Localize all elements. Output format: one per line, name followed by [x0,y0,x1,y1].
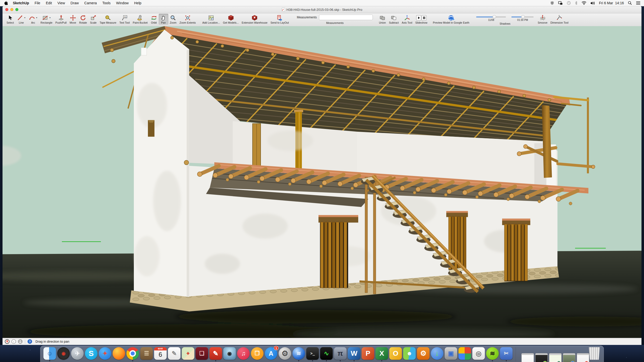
tool-select[interactable]: Select [5,14,15,25]
display-mirroring-icon[interactable] [558,1,563,5]
dock-image-viewer-icon[interactable]: ◎ [472,347,485,360]
geolocation-icon[interactable] [5,339,10,344]
dock-globe-download-icon[interactable]: ↓ [431,347,444,360]
dock-sketchup-icon[interactable]: ✎ [210,347,222,360]
tool-preview-google-earth[interactable]: Preview Model in Google Earth [431,14,471,25]
dock-itunes-icon[interactable]: ♫ [237,347,250,360]
dock-google-earth-icon[interactable]: ≋ [293,347,305,360]
dock-dashboard-icon[interactable]: ◉ [57,347,70,360]
dock-messenger-icon[interactable]: ☻ [403,347,416,360]
tool-arc[interactable]: ▼ Arc [27,14,39,25]
minimize-button[interactable] [10,8,13,11]
shadow-time-slider[interactable]: 01:30 PM [511,15,534,20]
tool-smoove[interactable]: Smoove [536,14,549,25]
dock-skype-icon[interactable]: S [85,347,98,360]
shadow-date-slider[interactable]: 11/08 [476,15,506,20]
tool-pushpull[interactable]: Push/Pull [54,14,68,25]
menu-view[interactable]: View [55,0,68,6]
menu-edit[interactable]: Edit [43,0,55,6]
dock-word-icon[interactable]: W [348,347,360,360]
dock-excel-icon[interactable]: X [376,347,388,360]
measurements-input[interactable] [319,15,373,20]
dock-photo-booth-icon[interactable]: ❏ [196,347,208,360]
volume-icon[interactable] [590,1,595,5]
tool-line[interactable]: ▼ Line [15,14,27,25]
dock-minimized-google-earth-window-icon[interactable] [563,353,576,362]
dock-finder-icon[interactable]: ☺ [44,347,56,360]
porch-hanger-pole [587,98,589,173]
dock-trash-icon[interactable] [588,347,601,360]
menubar-clock[interactable]: Fri 6 Mar 14:16 [599,1,624,5]
dock-terminal-icon[interactable]: >_ [306,347,319,360]
dock-contacts-icon[interactable]: ☰ [140,347,153,360]
tool-orbit[interactable]: Orbit [149,14,159,25]
dock-office-cubes-icon[interactable] [459,347,471,360]
tool-text[interactable]: A1 Text Tool [118,14,131,25]
dock-launchpad-icon[interactable]: ✈ [71,347,84,360]
dock-iphoto-icon[interactable]: ◉ [223,347,236,360]
dock-safari-icon[interactable]: ✦ [99,347,111,360]
tool-zoom-extents[interactable]: Zoom Extents [178,14,197,25]
dock-calendar-icon[interactable]: MAR6 [154,347,167,360]
tool-move[interactable]: Move [68,14,78,25]
tool-tape-measure[interactable]: Tape Measure [98,14,118,25]
bluetooth-icon[interactable] [575,1,578,5]
dock-latex-icon[interactable]: π [334,347,347,360]
tool-paint-bucket[interactable]: Paint Bucket [131,14,149,25]
menu-camera[interactable]: Camera [82,0,100,6]
menu-tools[interactable]: Tools [100,0,113,6]
dock-textedit-icon[interactable]: ✎ [168,347,181,360]
shadows-caption: Shadows [500,22,510,25]
dock-graphics-editor-icon[interactable]: ✂ [500,347,513,360]
dock-ibooks-icon[interactable]: ❐ [251,347,264,360]
dock-spotify-icon[interactable]: ≋ [486,347,499,360]
person-icon[interactable] [18,339,23,344]
tool-zoom[interactable]: Zoom [168,14,178,25]
menu-file[interactable]: File [32,0,43,6]
dock-powerpoint-icon[interactable]: P [362,347,374,360]
dock-remote-desktop-icon[interactable]: ▣ [445,347,457,360]
shield-icon[interactable] [550,1,554,5]
notification-center-icon[interactable] [636,1,640,5]
tool-extension-warehouse[interactable]: Extension Warehouse [240,14,269,25]
help-icon[interactable]: ? [27,339,32,344]
svg-text:?: ? [29,340,31,343]
spotlight-icon[interactable] [628,1,632,5]
titlebar[interactable]: H38-H43-House-full-2015-03-06.skp - Sket… [3,6,641,13]
dock-minimized-document-icon[interactable] [521,353,534,362]
dock-activity-monitor-icon[interactable]: ∿ [320,347,333,360]
dock-minimized-excel-window-icon[interactable] [549,353,562,362]
dock-minimized-sketchup-window-icon[interactable] [577,353,589,362]
tool-rotate[interactable]: Rotate [78,14,89,25]
tool-axis[interactable]: Axis Tool [400,14,414,25]
dock-gear-utility-icon[interactable]: ⚙ [417,347,430,360]
model-viewport[interactable] [3,26,641,338]
info-icon[interactable]: i [11,339,16,344]
apple-menu[interactable] [4,1,9,5]
tool-get-models[interactable]: Get Models... [221,14,240,25]
dock-app-store-icon[interactable]: A1 [265,347,277,360]
tool-send-to-layout[interactable]: Send to LayOut [269,14,290,25]
menu-sketchup[interactable]: SketchUp [9,0,32,6]
tool-pan[interactable]: Pan [159,14,168,25]
menu-window[interactable]: Window [113,0,132,6]
menu-draw[interactable]: Draw [68,0,82,6]
dock-outlook-icon[interactable]: O [389,347,402,360]
time-machine-icon[interactable] [567,1,571,5]
tool-add-location[interactable]: Add Location... [201,14,221,25]
tool-union[interactable]: Union [377,14,387,25]
tool-scale[interactable]: Scale [89,14,98,25]
menu-help[interactable]: Help [131,0,144,6]
close-button[interactable] [5,8,8,11]
dock-firefox-icon[interactable] [113,347,125,360]
zoom-button[interactable] [15,8,18,11]
tool-rectangle[interactable]: ▼ Rectangle [39,14,54,25]
dock-system-preferences-icon[interactable]: ⚙ [279,347,291,360]
dock-maps-icon[interactable]: ⌖ [182,347,194,360]
tool-subtract[interactable]: Subtract [387,14,400,25]
dock-minimized-spotify-window-icon[interactable] [535,353,548,362]
tool-slideshow[interactable]: Slideshow [414,14,429,25]
tool-dimension[interactable]: 3 Dimension Tool [549,14,570,25]
dock-chrome-icon[interactable] [127,347,139,360]
wifi-icon[interactable] [582,1,586,5]
